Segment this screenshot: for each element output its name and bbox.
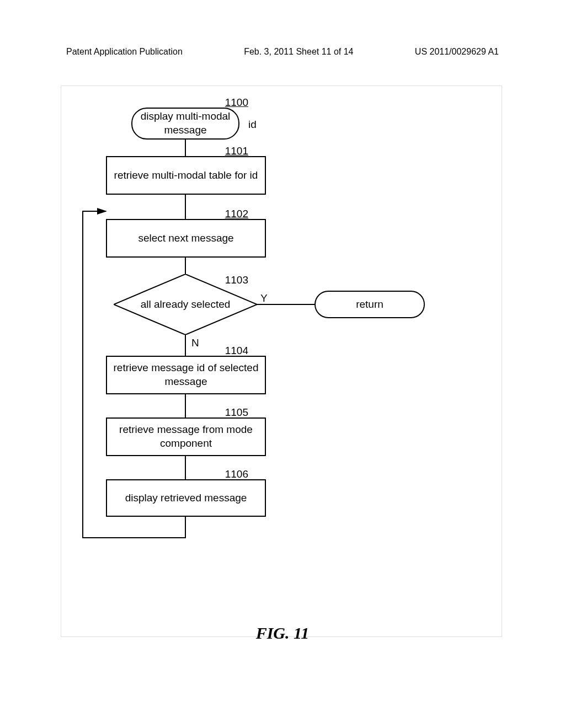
- connectors: [61, 97, 502, 560]
- header-right: US 2011/0029629 A1: [415, 47, 499, 57]
- flowchart: 1100 display multi-modal message id 1101…: [61, 97, 502, 565]
- header-left: Patent Application Publication: [66, 47, 183, 57]
- page-header: Patent Application Publication Feb. 3, 2…: [0, 0, 565, 57]
- header-center: Feb. 3, 2011 Sheet 11 of 14: [244, 47, 353, 57]
- figure-caption: FIG. 11: [0, 624, 565, 643]
